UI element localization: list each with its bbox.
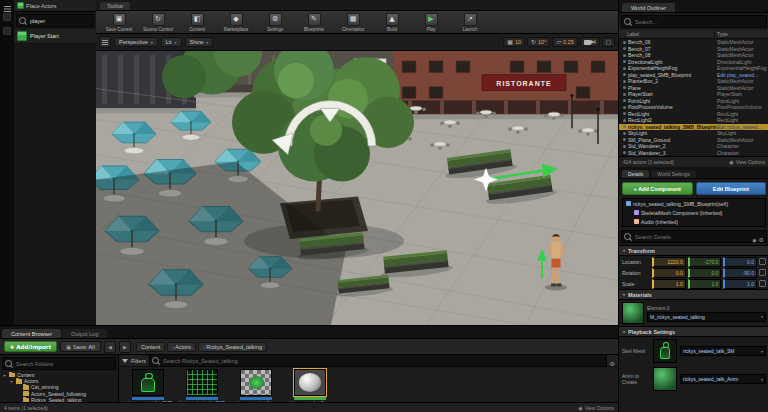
lock-icon[interactable] [759,269,766,276]
actor-type[interactable]: StaticMeshActor [717,137,768,143]
filters-label[interactable]: Filters [131,358,146,364]
outliner-actor-row[interactable]: PostProcessVolume PostProcessVolume [619,104,768,111]
x-value-field[interactable]: 1.0 [652,279,686,289]
asset-tile[interactable]: Unit_mode_Ltalk_SMB [178,369,226,402]
actor-type[interactable]: Character [717,143,768,149]
toolbar-button[interactable]: ◆ Marketplace [221,13,251,32]
outliner-actor-row[interactable]: Std_Wanderer_2 Character [619,143,768,150]
transform-row-label[interactable]: Location [622,259,650,265]
y-value-field[interactable]: -170.0 [688,257,722,267]
y-value-field[interactable]: 0.0 [688,268,722,278]
playback-section-header[interactable]: Playback Settings [619,326,768,337]
actor-type[interactable]: PlayerStart [717,91,768,97]
content-browser-view-options[interactable]: View Options [578,405,614,411]
outliner-view-options[interactable]: View Options [729,159,765,165]
x-value-field[interactable]: 2220.0 [652,257,686,267]
folder-search-input[interactable] [14,360,113,368]
playback-asset-dropdown[interactable]: rickys_seated_talk_SM [680,346,766,356]
asset-search[interactable] [149,354,607,367]
z-value-field[interactable]: 0.0 [723,257,757,267]
outliner-actor-row[interactable]: rickys_seated_talking_SMB_Blueprint Edit… [619,124,768,131]
gear-icon[interactable] [759,228,764,246]
viewport-options-icon[interactable] [99,36,111,48]
z-value-field[interactable]: 1.0 [723,279,757,289]
actor-type[interactable]: PostProcessVolume [717,104,768,110]
breadcrumb-item[interactable]: Actors [167,342,196,352]
outliner-actor-row[interactable]: ExponentialHeightFog ExponentialHeightFo… [619,65,768,72]
outliner-actor-row[interactable]: DirectionalLight DirectionalLight [619,59,768,66]
x-value-field[interactable]: 0.0 [652,268,686,278]
actor-type[interactable]: DirectionalLight [717,59,768,65]
transform-row-label[interactable]: Rotation [622,270,650,276]
actor-type[interactable]: SkyLight [717,130,768,136]
outliner-actor-row[interactable]: Bench_08 StaticMeshActor [619,52,768,59]
lock-icon[interactable] [759,258,766,265]
grid-snap-toggle[interactable]: ▦ 10 [503,37,525,47]
toolbar-tab[interactable]: Toolbar [100,2,130,10]
actor-type[interactable]: Edit rickys_seated... [717,124,768,130]
playback-asset-dropdown[interactable]: rickys_seated_talk_Anim [680,374,766,384]
add-import-button[interactable]: Add/Import [4,341,57,352]
asset-search-input[interactable] [161,357,604,365]
toolbar-button[interactable]: ▲ Build [377,13,407,32]
playback-asset-thumbnail[interactable] [653,367,677,391]
perspective-dropdown[interactable]: Perspective [114,37,158,47]
y-value-field[interactable]: 1.0 [688,279,722,289]
lock-icon[interactable] [759,280,766,287]
expand-arrow-icon[interactable]: ▾ [9,379,14,384]
toolbar-button[interactable]: ◧ Content [182,13,212,32]
asset-tile[interactable]: rickys_seated_talking_SMB_L [232,369,280,402]
outliner-actor-row[interactable]: SM_Plaza_Ground StaticMeshActor [619,137,768,144]
actor-type[interactable]: StaticMeshActor [717,46,768,52]
toolbar-button[interactable]: ↻ Source Control [143,13,173,32]
bottom-panel-tab[interactable]: Output Log [62,329,107,338]
tab-world-outliner[interactable]: World Outliner [622,3,675,12]
details-tab[interactable]: Details [622,170,649,178]
outliner-actor-row[interactable]: Bench_07 StaticMeshActor [619,46,768,53]
actor-type[interactable]: StaticMeshActor [717,39,768,45]
outliner-search[interactable] [621,15,767,28]
details-search[interactable] [621,230,767,243]
transform-row-label[interactable]: Scale [622,281,650,287]
outliner-actor-row[interactable]: PlanterBox_2 StaticMeshActor [619,78,768,85]
view-mode-dropdown[interactable]: Lit [161,37,182,47]
toolbar-button[interactable]: ✎ Blueprints [299,13,329,32]
toolbar-button[interactable]: ▦ Cinematics [338,13,368,32]
toolbar-button[interactable]: ▣ Save Current [104,13,134,32]
expand-arrow-icon[interactable]: ▾ [2,373,7,378]
outliner-actor-row[interactable]: play_seated_SMB_Blueprint Edit play_seat… [619,72,768,79]
add-component-button[interactable]: + Add Component [622,182,693,195]
place-actors-search[interactable] [16,14,94,27]
outliner-actor-row[interactable]: RectLight2 RectLight [619,117,768,124]
component-row[interactable]: Audio (Inherited) [623,217,765,226]
details-search-input[interactable] [633,233,750,241]
outliner-actor-row[interactable]: RectLight RectLight [619,111,768,118]
column-label[interactable]: Label [619,31,714,37]
bottom-panel-tab[interactable]: Content Browser [2,329,61,338]
breadcrumb-item[interactable]: Content [136,342,165,352]
place-actors-search-input[interactable] [28,17,91,25]
maximize-viewport-button[interactable]: ▢ [602,37,615,47]
asset-tile[interactable]: rickys_seate_talki_SMB [124,369,172,402]
viewport-scene-svg[interactable]: B&R RISTORANTE [96,51,618,325]
breadcrumb-item[interactable]: Rickys_Seated_talking [198,342,267,352]
asset-tile[interactable]: rickys_seated_talking_Mat [286,369,334,402]
save-all-button[interactable]: Save All [60,341,101,352]
actor-type[interactable]: RectLight [717,117,768,123]
outliner-search-input[interactable] [633,18,764,26]
filter-funnel-icon[interactable] [122,359,128,363]
eye-icon[interactable] [752,228,756,246]
actor-type[interactable]: StaticMeshActor [717,78,768,84]
show-dropdown[interactable]: Show [185,37,214,47]
column-type[interactable]: Type [714,31,768,37]
actor-type[interactable]: Edit play_seated... [717,72,768,78]
actor-type[interactable]: RectLight [717,111,768,117]
viewport-3d-scene[interactable]: B&R RISTORANTE [96,51,618,325]
outliner-actor-row[interactable]: PlayerStart PlayerStart [619,91,768,98]
toolbar-button[interactable]: ↗ Launch [455,13,485,32]
actor-type[interactable]: StaticMeshActor [717,52,768,58]
actor-type[interactable]: ExponentialHeightFog [717,65,768,71]
edit-blueprint-button[interactable]: Edit Blueprint [696,182,767,195]
camera-speed-control[interactable]: 4 [580,37,600,47]
outliner-actor-row[interactable]: Plane StaticMeshActor [619,85,768,92]
